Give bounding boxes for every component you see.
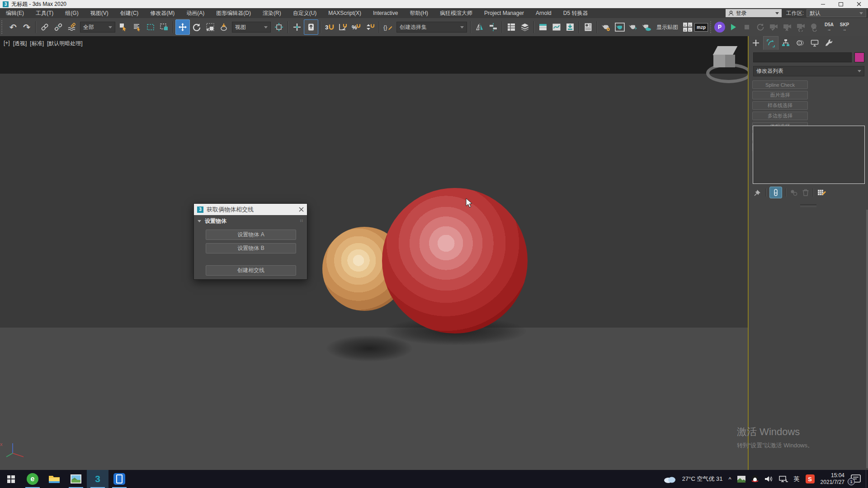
taskbar-file-explorer[interactable] [43,470,65,488]
sphere-refresh-icon[interactable] [808,20,821,34]
show-end-result-icon[interactable] [769,187,782,198]
viewcube-top-face[interactable] [713,46,738,55]
tab-motion[interactable] [793,36,807,50]
create-intersection-button[interactable]: 创建相交线 [206,265,296,276]
login-button[interactable]: 登录 [726,9,782,17]
mirror-icon[interactable] [473,20,486,34]
tab-modify[interactable] [763,36,778,50]
menu-item-arnold[interactable]: Arnold [530,8,557,18]
menu-item-edit[interactable]: 编辑(E) [0,8,30,18]
rollout-splitter[interactable] [800,204,816,207]
tab-utilities[interactable] [822,36,836,50]
set-object-a-button[interactable]: 设置物体 A [206,230,296,240]
d5a-export-icon[interactable]: D5A → [821,23,837,32]
viewcube[interactable] [704,42,748,84]
remove-modifier-icon[interactable] [802,188,810,197]
material-editor-icon[interactable] [581,20,595,34]
render-icon[interactable] [627,20,640,34]
weather-text[interactable]: 27°C 空气优 31 [682,475,723,483]
preset-spline-check[interactable]: Spline Check [752,80,808,89]
select-object-icon[interactable] [117,20,130,34]
camera-refresh-icon[interactable] [794,20,808,34]
tab-display[interactable] [807,36,822,50]
viewcube-side-face[interactable] [725,55,735,67]
stop-icon[interactable] [740,20,754,34]
menu-item-group[interactable]: 组(G) [59,8,84,18]
menu-item-tools[interactable]: 工具(T) [30,8,59,18]
menu-item-customize[interactable]: 自定义(U) [287,8,323,18]
layer-explorer-icon[interactable] [518,20,532,34]
taskbar-browser-360[interactable]: e [22,470,43,488]
viewport-menu-general[interactable]: [+] [4,40,10,47]
viewport-menu-shading[interactable]: [默认明暗处理] [47,40,83,47]
tray-expand-caret[interactable]: ^ [729,476,731,483]
menu-item-maxscript[interactable]: MAXScript(X) [322,8,367,18]
red-sphere-object[interactable] [382,188,528,333]
window-crossing-icon[interactable] [157,20,171,34]
named-selection-set-input[interactable]: 创建选择集 [396,22,467,33]
rendered-frame-icon[interactable] [613,20,627,34]
snap-3d-icon[interactable]: 3 [323,20,336,34]
viewport-menu-pov[interactable]: [透视] [13,40,27,47]
select-by-name-icon[interactable] [130,20,144,34]
curve-editor-icon[interactable] [550,20,563,34]
reference-coordinate-dropdown[interactable]: 视图 [232,22,271,33]
scale-icon[interactable] [203,20,217,34]
rect-region-icon[interactable] [144,20,157,34]
preset-spline-select[interactable]: 样条线选择 [752,101,808,110]
modifier-stack[interactable] [753,126,865,184]
taskbar-photos[interactable] [65,470,87,488]
qq-icon[interactable] [751,475,759,483]
bind-spacewarp-icon[interactable] [65,20,79,34]
workspace-dropdown[interactable]: 默认 [807,9,866,17]
link-icon[interactable] [38,20,52,34]
action-center-button[interactable]: 1 [850,474,861,484]
modifier-list-dropdown[interactable]: 修改器列表 [753,66,864,76]
move-icon[interactable] [175,19,190,35]
schematic-view-icon[interactable] [563,20,577,34]
show-map-label[interactable]: 显示贴图 [656,23,678,31]
camera-x-icon[interactable] [781,20,794,34]
taskbar-3dsmax[interactable]: 3 [87,470,108,488]
camera-check-icon[interactable] [767,20,781,34]
menu-item-interactive[interactable]: Interactive [367,8,404,18]
menu-item-graph-editors[interactable]: 图形编辑器(D) [210,8,257,18]
rollout-set-objects[interactable]: 设置物体 ∷ [194,215,307,226]
menu-item-modifiers[interactable]: 修改器(M) [144,8,180,18]
menu-item-create[interactable]: 创建(C) [114,8,145,18]
project-manager-icon[interactable]: P [713,20,726,34]
manipulate-icon[interactable] [290,20,304,34]
undo-icon[interactable]: ↶ [6,20,20,34]
viewport-menu-standard[interactable]: [标准] [30,40,44,47]
object-color-swatch[interactable] [854,52,864,62]
angle-snap-icon[interactable] [336,20,350,34]
preset-patch-select[interactable]: 面片选择 [752,91,808,99]
make-unique-icon[interactable] [789,188,798,197]
skp-export-icon[interactable]: SKP → [837,23,852,32]
close-button[interactable] [850,0,868,8]
menu-item-animation[interactable]: 动画(A) [180,8,210,18]
ime-indicator[interactable]: 英 [794,475,800,483]
render-setup-icon[interactable] [599,20,613,34]
pin-stack-icon[interactable] [753,188,762,197]
menu-item-help[interactable]: 帮助(H) [404,8,434,18]
mzp-icon[interactable]: mzp [694,20,708,34]
menu-item-rendering[interactable]: 渲染(R) [257,8,287,18]
named-sets-icon[interactable]: {} [382,20,395,34]
redo-icon[interactable]: ↷ [20,20,33,34]
viewcube-front-face[interactable] [713,55,725,67]
align-icon[interactable] [486,20,500,34]
menu-item-d5-converter[interactable]: D5 转换器 [557,8,594,18]
image-grid-icon[interactable] [681,20,694,34]
set-object-b-button[interactable]: 设置物体 B [206,243,296,253]
dialog-title-bar[interactable]: 3 获取俩物体相交线 [194,204,307,215]
maximize-button[interactable] [832,0,850,8]
spinner-snap-icon[interactable] [363,20,377,34]
percent-snap-icon[interactable]: % [350,20,363,34]
toolbar-drag-handle[interactable] [1,20,5,34]
clock[interactable]: 15:04 2021/7/27 [821,472,844,486]
ribbon-icon[interactable] [536,20,550,34]
menu-item-views[interactable]: 视图(V) [85,8,114,18]
tab-create[interactable] [749,36,763,50]
object-name-field[interactable] [753,52,852,62]
